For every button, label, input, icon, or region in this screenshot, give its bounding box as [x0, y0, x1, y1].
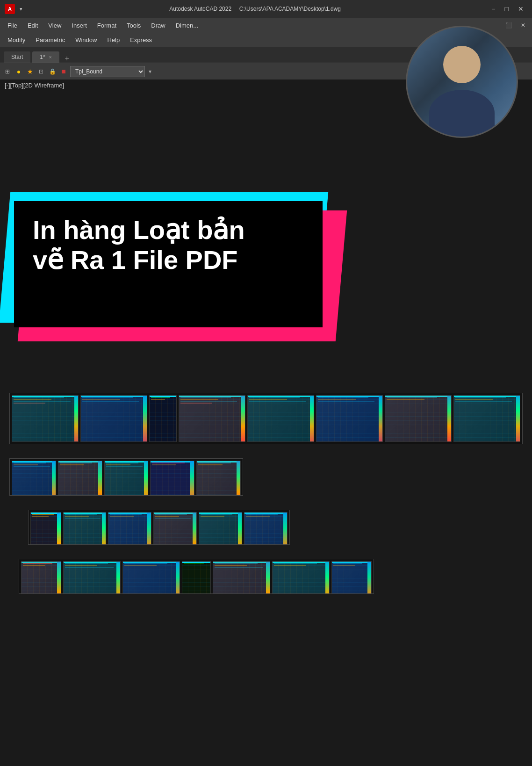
drawing-thumb-1-2: [80, 395, 147, 442]
app-logo: A: [5, 4, 15, 14]
drawing-row-1: [9, 393, 523, 444]
tab-close-icon[interactable]: ×: [49, 55, 52, 60]
menu-express[interactable]: Express: [125, 35, 157, 45]
menu-tools[interactable]: Tools: [122, 20, 145, 31]
drawing-thumb-4-1: [21, 561, 61, 594]
toolbar-icon-bulb[interactable]: ●: [14, 67, 23, 76]
tab-add-button[interactable]: +: [61, 54, 73, 63]
menu-edit[interactable]: Edit: [23, 20, 43, 31]
minimize-button[interactable]: −: [488, 4, 499, 14]
drawing-row-2: [9, 458, 243, 496]
drawing-thumb-4-2: [63, 561, 121, 594]
banner-container: In hàng Loạt bản vẽ Ra 1 File PDF: [14, 201, 341, 289]
tab-1[interactable]: 1* ×: [32, 51, 59, 63]
titlebar-title: Autodesk AutoCAD 2022 C:\Users\APA ACADA…: [26, 6, 484, 12]
drawing-thumb-2-1: [12, 461, 56, 496]
person-body: [429, 90, 495, 137]
menu-modify[interactable]: Modify: [3, 35, 30, 45]
titlebar: A ▾ Autodesk AutoCAD 2022 C:\Users\APA A…: [0, 0, 532, 18]
menu-insert[interactable]: Insert: [67, 20, 92, 31]
menu-dimension[interactable]: Dimen...: [171, 20, 203, 31]
layer-select[interactable]: Tpl_Bound: [70, 66, 145, 77]
avatar: [406, 26, 518, 138]
menu-file[interactable]: File: [3, 20, 22, 31]
drawing-thumb-4-7: [331, 561, 372, 594]
drawing-thumb-3-4: [153, 512, 197, 545]
drawing-thumb-2-5: [196, 461, 241, 496]
drawing-thumb-1-1: [12, 395, 79, 442]
maximize-button[interactable]: □: [501, 4, 512, 14]
person-head: [443, 46, 481, 83]
drawing-thumb-3-2: [63, 512, 107, 545]
drawing-thumb-2-3: [104, 461, 149, 496]
menu-draw[interactable]: Draw: [146, 20, 170, 31]
menu-window[interactable]: Window: [71, 35, 101, 45]
menu-parametric[interactable]: Parametric: [31, 35, 70, 45]
toolbar-icon-grid[interactable]: ⊞: [3, 67, 12, 76]
drawing-thumb-1-8: [453, 395, 520, 442]
toolbar-icon-star[interactable]: ★: [25, 67, 35, 76]
drawing-thumb-3-6: [244, 512, 288, 545]
app-menu-arrow[interactable]: ▾: [20, 6, 22, 12]
toolbar-icon-lock[interactable]: 🔒: [48, 67, 57, 76]
drawing-thumb-1-6: [316, 395, 383, 442]
drawing-thumb-1-7: [385, 395, 452, 442]
drawing-row-4: [19, 559, 374, 594]
drawing-thumb-1-3: [149, 395, 176, 442]
drawing-thumb-1-5: [247, 395, 314, 442]
drawing-thumb-4-4: [182, 561, 211, 594]
drawing-thumb-4-5: [213, 561, 270, 594]
drawing-thumb-4-6: [272, 561, 330, 594]
drawing-thumb-3-3: [108, 512, 151, 545]
layer-dropdown-arrow[interactable]: ▾: [147, 68, 151, 75]
toolbar-icon-color[interactable]: ■: [59, 67, 68, 76]
avatar-image: [407, 27, 517, 137]
drawings-section: [9, 393, 523, 608]
viewport-info: [-][Top][2D Wireframe]: [5, 82, 64, 89]
toolbar-icon-layers[interactable]: ⊡: [36, 67, 46, 76]
menu-view[interactable]: View: [43, 20, 66, 31]
drawing-thumb-3-5: [199, 512, 242, 545]
banner-text: In hàng Loạt bản vẽ Ra 1 File PDF: [14, 201, 341, 289]
tab-start[interactable]: Start: [4, 51, 30, 63]
drawing-thumb-4-3: [122, 561, 180, 594]
drawing-thumb-2-4: [150, 461, 194, 496]
close-button[interactable]: ✕: [514, 4, 527, 14]
drawing-thumb-1-4: [179, 395, 245, 442]
menu-close-icon[interactable]: ✕: [517, 21, 529, 29]
drawing-row-3: [28, 510, 290, 545]
menu-format[interactable]: Format: [93, 20, 121, 31]
menu-help[interactable]: Help: [102, 35, 124, 45]
window-controls: − □ ✕: [488, 4, 527, 14]
drawing-thumb-2-2: [58, 461, 102, 496]
drawing-thumb-3-1: [30, 512, 61, 545]
